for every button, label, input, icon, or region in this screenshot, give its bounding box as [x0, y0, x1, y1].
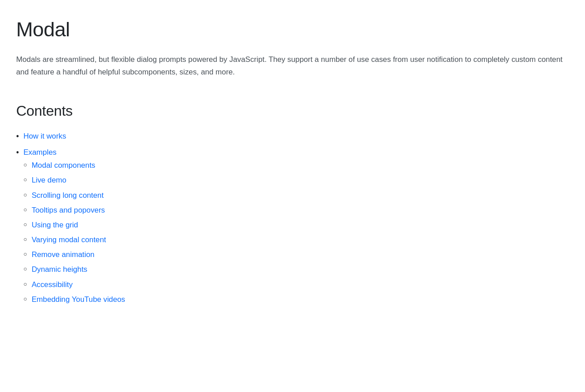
contents-sub-link-1-6[interactable]: Remove animation	[31, 249, 94, 260]
contents-sub-link-1-2[interactable]: Scrolling long content	[31, 190, 103, 201]
contents-sub-item-1-8: Accessibility	[23, 279, 125, 290]
contents-sub-item-1-1: Live demo	[23, 174, 125, 186]
contents-sub-item-1-6: Remove animation	[23, 249, 125, 260]
contents-sub-item-1-2: Scrolling long content	[23, 190, 125, 201]
contents-sub-link-1-4[interactable]: Using the grid	[31, 219, 78, 231]
contents-sub-link-1-8[interactable]: Accessibility	[31, 279, 72, 290]
contents-sub-item-1-7: Dynamic heights	[23, 264, 125, 275]
contents-top-item-1: ExamplesModal componentsLive demoScrolli…	[16, 147, 569, 309]
contents-sub-link-1-0[interactable]: Modal components	[31, 160, 95, 171]
contents-sub-link-1-5[interactable]: Varying modal content	[31, 234, 106, 245]
contents-sub-item-1-9: Embedding YouTube videos	[23, 294, 125, 305]
contents-sub-item-1-3: Tooltips and popovers	[23, 205, 125, 216]
contents-sub-list-1: Modal componentsLive demoScrolling long …	[23, 160, 125, 309]
contents-list: How it worksExamplesModal componentsLive…	[16, 131, 569, 309]
contents-sub-item-1-5: Varying modal content	[23, 234, 125, 245]
page-title: Modal	[16, 14, 569, 44]
contents-top-item-0: How it works	[16, 131, 569, 142]
contents-sub-item-1-0: Modal components	[23, 160, 125, 171]
page-description: Modals are streamlined, but flexible dia…	[16, 53, 569, 78]
contents-sub-link-1-1[interactable]: Live demo	[31, 174, 66, 186]
contents-section: Contents How it worksExamplesModal compo…	[16, 100, 569, 309]
contents-top-link-1[interactable]: Examples	[23, 148, 57, 157]
contents-sub-link-1-7[interactable]: Dynamic heights	[31, 264, 87, 275]
contents-top-link-0[interactable]: How it works	[23, 131, 66, 142]
contents-sub-link-1-9[interactable]: Embedding YouTube videos	[31, 294, 125, 305]
contents-sub-item-1-4: Using the grid	[23, 219, 125, 231]
contents-sub-link-1-3[interactable]: Tooltips and popovers	[31, 205, 105, 216]
contents-heading: Contents	[16, 100, 569, 122]
